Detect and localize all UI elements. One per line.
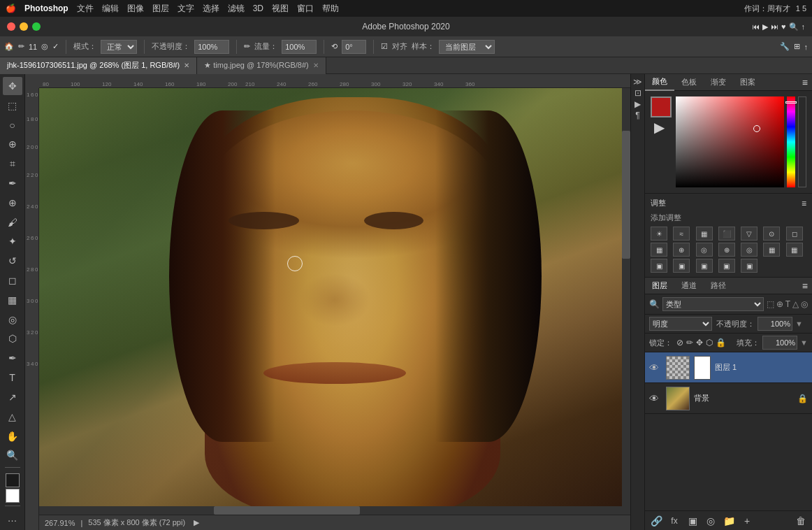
menu-window[interactable]: 窗口 [297, 3, 314, 15]
filter-pixel-icon[interactable]: ⬚ [767, 299, 774, 309]
paragraph-icon[interactable]: ¶ [635, 110, 639, 120]
color-swatch[interactable] [651, 96, 672, 117]
crop-tool[interactable]: ⌗ [3, 155, 22, 173]
blend-mode-select[interactable]: 明度 [649, 317, 712, 331]
filter-shape-icon[interactable]: △ [792, 299, 799, 309]
adj-channelmixer[interactable]: ◎ [696, 243, 713, 257]
lock-paint-icon[interactable]: ✏ [686, 338, 693, 348]
tab-paths[interactable]: 路径 [704, 278, 733, 294]
hue-arrow-icon[interactable]: ▶ [654, 120, 668, 126]
add-mask-icon[interactable]: ▣ [686, 514, 699, 528]
heal-tool[interactable]: ⊕ [3, 194, 22, 212]
tab-pattern[interactable]: 图案 [733, 74, 762, 91]
prev-icon[interactable]: ⏮ [752, 22, 760, 31]
eyedropper-tool[interactable]: ✒ [3, 174, 22, 192]
layers-panel-menu[interactable]: ≡ [798, 280, 812, 292]
menu-file[interactable]: 文件 [77, 3, 94, 15]
tab-1-close[interactable]: ✕ [184, 62, 189, 69]
layout-icon[interactable]: ⊞ [794, 42, 800, 51]
adj-colorbalance[interactable]: ◻ [786, 227, 803, 241]
layer-item-1[interactable]: 👁 图层 1 [645, 352, 812, 383]
opacity-slider[interactable] [798, 96, 806, 187]
menu-help[interactable]: 帮助 [322, 3, 339, 15]
maximize-button[interactable] [32, 22, 41, 31]
adj-selectivecolor[interactable]: ▣ [673, 259, 690, 273]
filter-smart-icon[interactable]: ◎ [801, 299, 808, 309]
brush-tool[interactable]: 🖌 [3, 213, 22, 231]
hand-tool[interactable]: ✋ [3, 427, 22, 445]
adj-levels[interactable]: ▦ [696, 227, 713, 241]
tab-swatches[interactable]: 色板 [674, 74, 704, 91]
filter-text-icon[interactable]: T [785, 299, 790, 309]
tab-channels[interactable]: 通道 [674, 278, 704, 294]
filter-adjust-icon[interactable]: ⊕ [776, 299, 783, 309]
gradient-tool[interactable]: ▦ [3, 291, 22, 309]
hue-slider[interactable] [787, 96, 795, 187]
share-icon[interactable]: ↑ [802, 22, 806, 31]
path-tool[interactable]: ↗ [3, 388, 22, 406]
tools-icon[interactable]: 🔧 [780, 42, 790, 51]
add-adjustment-icon[interactable]: ◎ [704, 514, 718, 528]
opacity-input[interactable] [194, 40, 229, 54]
adj-invert[interactable]: ◎ [741, 243, 757, 257]
flow-input[interactable] [282, 40, 317, 54]
lock-transparent-icon[interactable]: ⊘ [676, 338, 683, 348]
heart-icon[interactable]: ♥ [781, 22, 786, 31]
align-checkbox[interactable]: ☑ [381, 42, 388, 51]
tab-color[interactable]: 颜色 [645, 74, 674, 91]
tab-2-close[interactable]: ✕ [313, 62, 319, 69]
minimize-button[interactable] [20, 22, 28, 31]
add-layer-icon[interactable]: + [740, 514, 754, 528]
scrollbar-horizontal[interactable] [39, 506, 622, 515]
adj-extra[interactable]: ▣ [741, 259, 757, 273]
history-icon[interactable]: ⊡ [635, 88, 641, 98]
lock-all-icon[interactable]: 🔒 [716, 338, 726, 348]
menu-layer[interactable]: 图层 [152, 3, 169, 15]
lasso-tool[interactable]: ○ [3, 116, 22, 134]
adj-posterize[interactable]: ▦ [763, 243, 780, 257]
move-tool[interactable]: ✥ [3, 77, 22, 95]
eraser-tool[interactable]: ◻ [3, 271, 22, 289]
play-record-icon[interactable]: ▶ [635, 99, 641, 109]
clone-stamp-tool[interactable]: ✦ [3, 233, 22, 251]
lock-artboard-icon[interactable]: ⬡ [706, 338, 713, 348]
angle-input[interactable] [342, 40, 366, 54]
adj-curves[interactable]: ≈ [673, 227, 690, 241]
layer-fx-icon[interactable]: fx [667, 514, 681, 528]
blur-tool[interactable]: ◎ [3, 310, 22, 329]
adj-brightness[interactable]: ☀ [651, 227, 667, 241]
adj-threshold[interactable]: ▦ [786, 243, 803, 257]
adj-gradientmap[interactable]: ▣ [651, 259, 667, 273]
canvas-area[interactable]: 80 100 120 140 160 180 200 210 240 260 2… [25, 74, 630, 530]
fill-value-input[interactable] [762, 336, 797, 350]
adj-vibrance[interactable]: ▽ [741, 227, 757, 241]
adj-colormatch[interactable]: ⊕ [718, 243, 735, 257]
tab-1[interactable]: jhk-1596107306511.jpg @ 268% (图层 1, RGB/… [0, 57, 197, 74]
color-gradient[interactable] [676, 96, 784, 187]
shape-tool[interactable]: △ [3, 408, 22, 426]
adj-hdr[interactable]: ▣ [718, 259, 735, 273]
foreground-color[interactable] [6, 473, 20, 487]
search-icon[interactable]: 🔍 [789, 22, 799, 31]
adj-photofilter[interactable]: ⊕ [673, 243, 690, 257]
zoom-tool[interactable]: 🔍 [3, 446, 22, 464]
lock-move-icon[interactable]: ✥ [696, 338, 703, 348]
adj-panel-menu[interactable]: ≡ [802, 199, 806, 208]
panel-toggle-icon[interactable]: ≫ [633, 77, 642, 87]
scrollbar-vertical[interactable] [622, 88, 630, 515]
menu-select[interactable]: 选择 [203, 3, 219, 15]
close-button[interactable] [7, 22, 15, 31]
scrollbar-v-thumb[interactable] [622, 131, 630, 259]
adj-bw[interactable]: ▦ [651, 243, 667, 257]
tab-gradient[interactable]: 渐变 [704, 74, 733, 91]
link-layers-icon[interactable]: 🔗 [649, 514, 663, 528]
forward-arrow[interactable]: ▶ [194, 518, 199, 527]
scrollbar-h-thumb[interactable] [214, 506, 360, 515]
menu-filter[interactable]: 滤镜 [228, 3, 245, 15]
menu-3d[interactable]: 3D [253, 3, 263, 13]
menu-text[interactable]: 文字 [177, 3, 194, 15]
color-panel-menu[interactable]: ≡ [798, 77, 812, 88]
apple-logo[interactable]: 🍎 [6, 3, 16, 13]
menu-view[interactable]: 视图 [272, 3, 289, 15]
menu-edit[interactable]: 编辑 [102, 3, 119, 15]
